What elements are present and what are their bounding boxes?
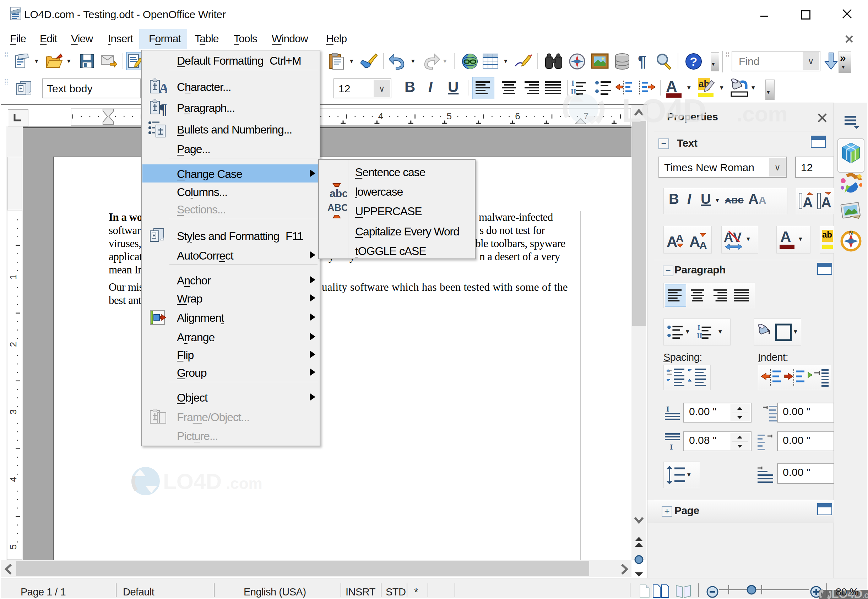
svg-text:A: A [159,80,167,95]
svg-text:.com: .com [736,102,788,126]
svg-text:4: 4 [378,111,383,121]
svg-text:A: A [803,194,813,210]
svg-text:LO4D: LO4D [163,469,222,494]
svg-text:3: 3 [8,409,18,414]
svg-text:6: 6 [515,111,520,121]
svg-text:1: 1 [8,274,18,280]
svg-text:A: A [724,230,733,245]
svg-text:4: 4 [8,477,18,482]
svg-text:I: I [666,405,669,413]
svg-text:N: N [849,230,853,236]
svg-text:2: 2 [8,342,18,347]
svg-text:I: I [670,442,673,451]
svg-text:¶: ¶ [159,101,167,116]
svg-text:5: 5 [446,111,451,121]
svg-text:II: II [697,332,702,339]
svg-text:ABC: ABC [327,202,347,213]
svg-text:A: A [699,239,707,250]
svg-text:abc: abc [330,188,347,199]
svg-text:?: ? [690,55,698,68]
svg-text:A: A [689,233,700,250]
svg-text:A: A [821,194,832,210]
svg-text:.com: .com [226,475,262,492]
svg-text:LO4D: LO4D [621,93,706,128]
svg-text:I: I [698,325,700,331]
svg-text:A: A [676,232,684,244]
svg-text:I: I [571,80,574,87]
svg-text:5: 5 [8,544,18,549]
